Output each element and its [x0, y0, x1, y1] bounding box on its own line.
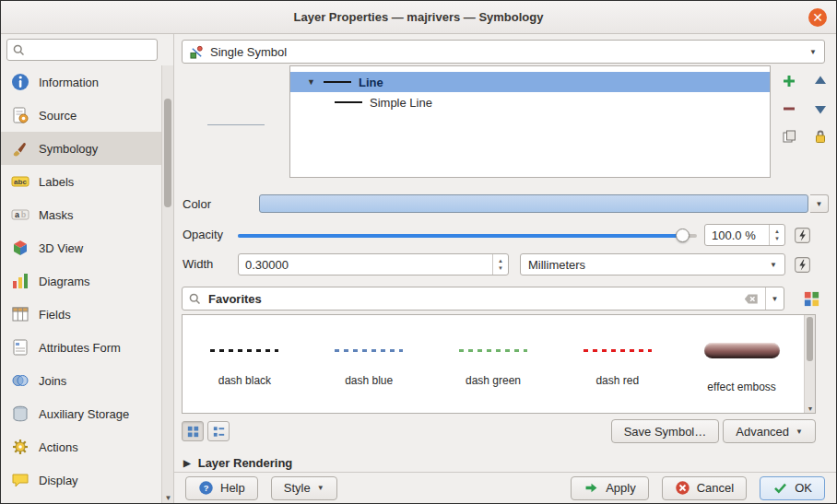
opacity-label: Opacity [183, 228, 223, 241]
symbol-item-dash-red[interactable]: dash red [555, 315, 679, 413]
symbol-label: dash black [218, 374, 271, 387]
window-title: Layer Properties — majrivers — Symbology [294, 10, 544, 24]
spin-down-icon[interactable]: ▼ [498, 264, 503, 272]
move-down-button[interactable] [808, 97, 832, 121]
dash-preview [459, 349, 527, 352]
sidebar-item-information[interactable]: Information [1, 65, 161, 99]
chevron-down-icon: ▼ [796, 428, 803, 436]
width-unit-combo[interactable]: Millimeters ▼ [520, 253, 785, 275]
apply-icon [584, 480, 599, 496]
cancel-button[interactable]: Cancel [662, 476, 747, 500]
symbol-item-effect-emboss[interactable]: effect emboss [679, 315, 804, 413]
list-view-button[interactable] [207, 421, 230, 441]
emboss-preview [704, 343, 780, 358]
svg-text:b: b [21, 210, 27, 219]
opacity-spinbox[interactable]: 100.0 % ▲▼ [704, 224, 785, 246]
filter-dropdown-button[interactable]: ▼ [765, 287, 784, 310]
width-spinbox[interactable]: 0.30000 ▲▼ [238, 253, 509, 275]
sidebar-item-label: Labels [39, 175, 74, 189]
spin-down-icon[interactable]: ▼ [774, 235, 780, 242]
list-view-icon [211, 424, 227, 440]
apply-button[interactable]: Apply [571, 476, 649, 500]
labels-icon: abc [10, 171, 30, 192]
layer-rendering-section-header[interactable]: ▶ Layer Rendering [183, 456, 292, 470]
sidebar-item-3d-view[interactable]: 3D View [1, 231, 161, 264]
sidebar-item-symbology[interactable]: Symbology [1, 132, 161, 165]
sidebar-item-masks[interactable]: ab Masks [1, 198, 161, 231]
lock-color-button[interactable] [808, 124, 832, 148]
spin-up-icon[interactable]: ▲ [498, 257, 503, 264]
scroll-down-arrow-icon[interactable]: ▼ [162, 494, 174, 502]
sidebar-item-attributes-form[interactable]: Attributes Form [1, 331, 161, 364]
apply-label: Apply [606, 481, 636, 495]
sidebar-item-source[interactable]: Source [1, 99, 161, 132]
icon-view-button[interactable] [182, 421, 204, 441]
close-button[interactable]: ✕ [808, 8, 827, 27]
symbol-list-scrollbar[interactable]: ▼ [804, 315, 815, 413]
duplicate-symbol-layer-button[interactable] [777, 124, 801, 148]
symbol-item-dash-blue[interactable]: dash blue [307, 315, 431, 413]
sidebar-item-actions[interactable]: Actions [1, 430, 161, 463]
tree-expander-icon[interactable]: ▼ [307, 77, 316, 87]
sidebar-item-joins[interactable]: Joins [1, 364, 161, 397]
opacity-slider[interactable] [238, 226, 697, 244]
collapse-arrow-icon: ▶ [183, 458, 191, 468]
clear-filter-icon[interactable] [743, 291, 759, 307]
symbol-item-dash-green[interactable]: dash green [431, 315, 556, 413]
sidebar-scrollbar[interactable]: ▼ [161, 65, 173, 503]
symbol-label: effect emboss [707, 381, 775, 393]
symbol-layer-tree[interactable]: ▼ Line Simple Line [289, 65, 771, 178]
slider-handle[interactable] [676, 229, 690, 242]
sidebar-search-input[interactable] [29, 43, 152, 57]
sidebar-item-diagrams[interactable]: Diagrams [1, 264, 161, 298]
save-symbol-button[interactable]: Save Symbol… [611, 419, 720, 443]
sidebar-search[interactable] [6, 39, 158, 61]
sidebar-item-label: 3D View [39, 241, 83, 255]
color-swatch-button[interactable] [259, 194, 808, 213]
sidebar-item-label: Masks [39, 208, 74, 222]
symbol-filter-combo[interactable]: Favorites ▼ [182, 287, 784, 311]
add-symbol-layer-button[interactable] [777, 69, 801, 93]
chevron-down-icon: ▼ [816, 200, 823, 208]
scroll-down-arrow-icon[interactable]: ▼ [805, 405, 816, 412]
spinbox-arrows[interactable]: ▲▼ [492, 254, 508, 275]
sidebar-item-fields[interactable]: Fields [1, 298, 161, 331]
style-button[interactable]: Style ▼ [271, 476, 337, 500]
spinbox-arrows[interactable]: ▲▼ [769, 225, 784, 245]
style-manager-button[interactable] [799, 287, 823, 311]
sidebar-item-auxiliary-storage[interactable]: Auxiliary Storage [1, 397, 161, 430]
help-button[interactable]: ? Help [185, 476, 258, 500]
sidebar-scrollbar-thumb[interactable] [164, 99, 171, 207]
width-label: Width [183, 257, 213, 271]
tree-item-simple-line[interactable]: Simple Line [290, 92, 770, 112]
line-symbol-icon [324, 81, 351, 83]
tree-item-label: Simple Line [370, 96, 432, 110]
grid-view-icon [185, 424, 201, 440]
symbol-item-dash-black[interactable]: dash black [183, 315, 307, 413]
cancel-label: Cancel [697, 481, 734, 495]
chevron-down-icon: ▼ [772, 295, 779, 303]
symbology-panel: Single Symbol ▼ ▼ Line Simple Line [174, 34, 836, 503]
symbol-list-scrollbar-thumb[interactable] [807, 317, 813, 361]
opacity-override-button[interactable] [791, 224, 813, 246]
attributes-form-icon [10, 337, 30, 357]
ok-button[interactable]: OK [760, 476, 825, 500]
move-up-button[interactable] [808, 69, 832, 93]
advanced-button[interactable]: Advanced▼ [723, 419, 816, 443]
tree-item-line[interactable]: ▼ Line [290, 72, 770, 92]
sidebar-item-label: Fields [39, 308, 71, 322]
renderer-label: Single Symbol [210, 45, 287, 59]
svg-text:abc: abc [14, 178, 27, 186]
width-override-button[interactable] [791, 253, 813, 275]
titlebar[interactable]: Layer Properties — majrivers — Symbology… [1, 1, 836, 34]
sidebar-nav: Information Source Symbology abc Labels … [1, 65, 161, 497]
symbol-label: dash blue [345, 374, 393, 387]
spin-up-icon[interactable]: ▲ [774, 228, 780, 235]
duplicate-icon [781, 128, 797, 145]
sidebar-item-display[interactable]: Display [1, 463, 161, 497]
remove-symbol-layer-button[interactable] [777, 97, 801, 121]
symbol-preview [182, 67, 285, 178]
renderer-combo[interactable]: Single Symbol ▼ [182, 40, 825, 64]
color-dropdown-button[interactable]: ▼ [810, 194, 829, 213]
sidebar-item-labels[interactable]: abc Labels [1, 165, 161, 198]
